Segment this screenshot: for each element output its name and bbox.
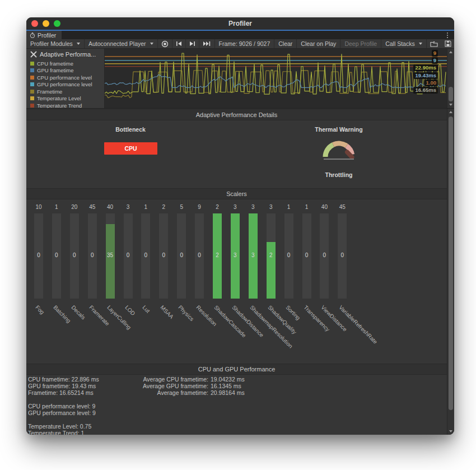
scroll-up-icon[interactable]: [449, 51, 452, 53]
scaler-max-level: 20: [66, 204, 83, 210]
legend-swatch: [30, 90, 34, 94]
tab-profiler[interactable]: Profiler: [26, 31, 62, 39]
details-scrollbar[interactable]: [447, 109, 454, 435]
chevron-down-icon: [419, 43, 422, 45]
details-scrollbar-thumb[interactable]: [449, 117, 453, 410]
scaler-max-level: 9: [190, 204, 208, 210]
scaler-column[interactable]: 3 3 ShadowmapResolution: [244, 204, 262, 434]
legend-item[interactable]: CPU performance level: [30, 74, 104, 81]
scaler-current-level: 0: [66, 252, 83, 258]
scaler-name-label: VariableRefreshRate: [338, 304, 379, 345]
scaler-current-level: 0: [119, 252, 137, 258]
deep-profile-button[interactable]: Deep Profile: [340, 39, 381, 48]
zoom-window-button[interactable]: [54, 20, 60, 27]
titlebar[interactable]: Profiler: [26, 17, 454, 30]
chevron-down-icon: [77, 43, 80, 45]
scaler-max-level: 1: [298, 204, 316, 210]
record-button[interactable]: [158, 39, 172, 48]
legend-label: CPU performance level: [37, 75, 92, 81]
module-title: Adaptive Performa...: [40, 51, 96, 58]
legend-label: GPU frametime: [37, 67, 73, 73]
frametime-row: Frametime: 16.65214 ms Average frametime…: [28, 389, 245, 396]
performance-chart[interactable]: 9 9 22.90ms 19.43ms 1.00 16.65ms: [105, 49, 447, 108]
adaptive-performance-details-panel: Adaptive Performance Details Bottleneck …: [26, 109, 454, 435]
scroll-down-icon[interactable]: [449, 104, 452, 106]
cpu-bottleneck-button[interactable]: CPU: [104, 142, 157, 155]
scaler-column[interactable]: 1 0 Transparency: [298, 204, 316, 434]
legend-item[interactable]: Temperature Trend: [30, 102, 104, 108]
module-header[interactable]: Adaptive Performa...: [30, 51, 104, 58]
scaler-column[interactable]: 3 2 ShadowQuality: [262, 204, 280, 434]
scaler-current-level: 2: [208, 252, 226, 258]
profiler-toolbar: Profiler Modules Autoconnected Player: [26, 39, 454, 49]
scroll-up-icon[interactable]: [449, 111, 452, 113]
scaler-current-level: 3: [226, 252, 244, 258]
scaler-max-level: 1: [137, 204, 155, 210]
scaler-current-level: 0: [172, 252, 190, 258]
previous-frame-button[interactable]: [172, 39, 186, 48]
tab-label: Profiler: [38, 32, 56, 39]
average-frametime-value: 19.04232 ms: [211, 376, 245, 383]
next-frame-button[interactable]: [186, 39, 199, 48]
scaler-max-level: 40: [315, 204, 333, 210]
legend-swatch: [30, 96, 34, 100]
scaler-current-level: 0: [48, 252, 66, 258]
legend-item[interactable]: GPU frametime: [30, 67, 104, 75]
scaler-column[interactable]: 1 0 Sorting: [280, 204, 298, 434]
legend-swatch: [30, 82, 34, 86]
scaler-max-level: 2: [155, 204, 172, 210]
details-section-header: Adaptive Performance Details: [26, 109, 447, 120]
call-stacks-label: Call Stacks: [385, 40, 415, 47]
window-title: Profiler: [228, 20, 252, 27]
clear-button[interactable]: Clear: [274, 39, 297, 48]
scaler-max-level: 3: [244, 204, 262, 210]
scaler-max-level: 1: [280, 204, 298, 210]
performance-header-label: CPU and GPU Performance: [198, 366, 276, 373]
scroll-down-icon[interactable]: [449, 430, 452, 432]
scaler-current-level: 0: [155, 252, 172, 258]
minimize-window-button[interactable]: [43, 20, 49, 27]
thermal-warning-label: Thermal Warning: [294, 126, 384, 133]
scaler-current-level: 0: [315, 252, 333, 258]
current-frame-button[interactable]: [199, 39, 215, 48]
traffic-lights: [31, 20, 60, 27]
legend-item[interactable]: Temperature Level: [30, 95, 104, 103]
legend-item[interactable]: CPU frametime: [30, 60, 104, 67]
scaler-current-level: 0: [298, 252, 316, 258]
legend-swatch: [30, 68, 34, 72]
spacer: [28, 416, 245, 423]
target-selection-dropdown[interactable]: Autoconnected Player: [85, 39, 158, 48]
scaler-max-level: 3: [262, 204, 280, 210]
frame-counter-label: Frame: 9026 / 9027: [219, 40, 270, 47]
save-floppy-icon: [445, 40, 451, 47]
scaler-current-level: 35: [101, 252, 119, 258]
average-frametime-value: 16.1345 ms: [211, 383, 241, 389]
close-window-button[interactable]: [31, 20, 38, 27]
scaler-current-level: 2: [262, 252, 280, 258]
module-scrollbar-thumb[interactable]: [449, 87, 453, 101]
average-frametime-label: Average GPU frametime:: [113, 383, 208, 389]
profiler-modules-dropdown[interactable]: Profiler Modules: [26, 39, 85, 48]
save-profile-button[interactable]: [441, 39, 454, 48]
frametime-rows: CPU frametime: 22.896 ms Average CPU fra…: [28, 376, 245, 396]
scaler-name-label: Lut: [142, 304, 152, 314]
scaler-column[interactable]: 40 0 ViewDistance: [315, 204, 333, 434]
scaler-bar-fill: [106, 224, 115, 299]
legend-item[interactable]: Frametime: [30, 88, 104, 95]
chart-waveform: [105, 49, 447, 108]
tab-context-menu-icon[interactable]: [445, 32, 450, 39]
clear-on-play-button[interactable]: Clear on Play: [297, 39, 340, 48]
performance-stats: CPU frametime: 22.896 ms Average CPU fra…: [28, 376, 245, 435]
legend-label: GPU performance level: [37, 81, 92, 87]
deep-profile-label: Deep Profile: [344, 40, 377, 47]
profiler-window: Profiler Profiler Profiler Modules Autoc…: [26, 17, 454, 435]
module-scrollbar[interactable]: [447, 49, 454, 108]
load-folder-icon: [430, 41, 438, 47]
call-stacks-dropdown[interactable]: Call Stacks: [381, 39, 427, 48]
scaler-column[interactable]: 45 0 VariableRefreshRate: [333, 204, 351, 434]
load-profile-button[interactable]: [427, 39, 441, 48]
details-header-label: Adaptive Performance Details: [196, 111, 278, 118]
legend-item[interactable]: GPU performance level: [30, 81, 104, 89]
chevron-down-icon: [150, 43, 153, 45]
scaler-max-level: 45: [83, 204, 101, 210]
